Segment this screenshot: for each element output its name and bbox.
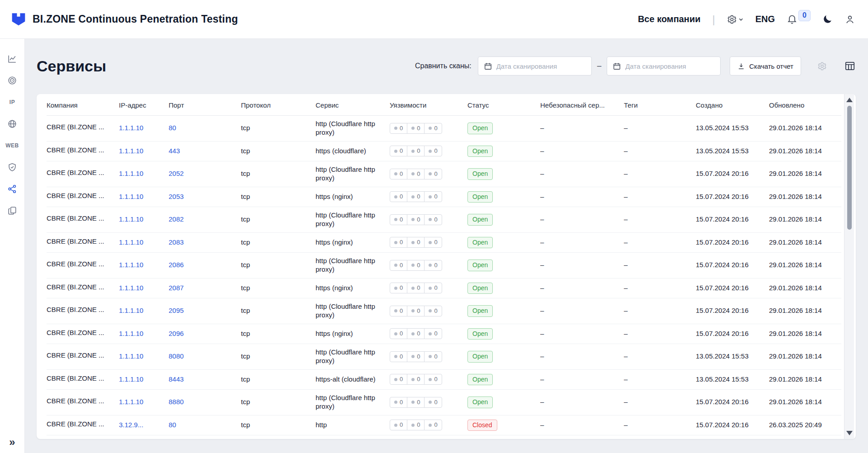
ip-link[interactable]: 1.1.1.10 <box>119 147 143 155</box>
vulnerability-counters[interactable]: 000 <box>390 351 442 362</box>
ip-link[interactable]: 1.1.1.10 <box>119 352 143 360</box>
column-header[interactable]: Протокол <box>241 94 316 116</box>
company-selector[interactable]: Все компании <box>638 14 701 24</box>
table-row[interactable]: CBRE (BI.ZONE ...1.1.1.102087tcphttps (n… <box>47 278 841 298</box>
cell-updated: 29.01.2026 18:14 <box>769 369 841 390</box>
sidebar-item-web[interactable]: WEB <box>3 135 22 156</box>
ip-link[interactable]: 1.1.1.10 <box>119 170 143 177</box>
vulnerability-counters[interactable]: 000 <box>390 191 442 202</box>
scrollbar-thumb[interactable] <box>847 106 852 230</box>
vulnerability-counters[interactable]: 000 <box>390 146 442 156</box>
ip-link[interactable]: 1.1.1.10 <box>119 284 143 292</box>
vulnerability-counters[interactable]: 000 <box>390 123 442 134</box>
table-row[interactable]: CBRE (BI.ZONE ...3.12.9...80tcphttp000Cl… <box>47 415 841 435</box>
table-row[interactable]: CBRE (BI.ZONE ...1.1.1.102095tcphttp (Cl… <box>47 298 841 324</box>
sidebar-item-analytics[interactable] <box>3 48 22 70</box>
table-row[interactable]: CBRE (BI.ZONE ...1.1.1.102082tcphttp (Cl… <box>47 207 841 233</box>
ip-link[interactable]: 1.1.1.10 <box>119 193 143 200</box>
download-report-button[interactable]: Скачать отчет <box>730 57 801 76</box>
dark-mode-toggle[interactable] <box>822 14 833 24</box>
ip-link[interactable]: 1.1.1.10 <box>119 307 143 314</box>
header-settings-button[interactable] <box>727 14 744 24</box>
table-row[interactable]: CBRE (BI.ZONE ...1.1.1.1080tcphttp (Clou… <box>47 116 841 142</box>
column-header[interactable]: Создано <box>696 94 769 116</box>
vulnerability-counters[interactable]: 000 <box>390 283 442 293</box>
port-link[interactable]: 2052 <box>169 170 184 177</box>
table-row[interactable]: CBRE (BI.ZONE ...1.1.1.102083tcphttps (n… <box>47 232 841 253</box>
column-header[interactable]: Статус <box>467 94 540 116</box>
port-link[interactable]: 443 <box>169 147 180 155</box>
ip-link[interactable]: 3.12.9... <box>119 421 143 429</box>
vulnerability-counters[interactable]: 000 <box>390 237 442 248</box>
sidebar-item-services[interactable] <box>3 178 22 200</box>
column-header[interactable]: Компания <box>47 94 119 116</box>
vulnerability-counters[interactable]: 000 <box>390 214 442 225</box>
sidebar-item-ip[interactable]: IP <box>3 91 22 113</box>
table-settings-button[interactable] <box>817 61 827 71</box>
port-link[interactable]: 8080 <box>169 352 184 360</box>
ip-link[interactable]: 1.1.1.10 <box>119 238 143 246</box>
column-header[interactable]: Обновлено <box>769 94 841 116</box>
port-link[interactable]: 2087 <box>169 284 184 292</box>
vulnerability-counters[interactable]: 000 <box>390 169 442 179</box>
table-row[interactable]: CBRE (BI.ZONE ...3.12.9...443tcphttps000… <box>47 435 841 439</box>
ip-link[interactable]: 1.1.1.10 <box>119 330 143 337</box>
port-link[interactable]: 2095 <box>169 307 184 314</box>
port-link[interactable]: 2086 <box>169 261 184 269</box>
vulnerability-counters[interactable]: 000 <box>390 374 442 385</box>
table-row[interactable]: CBRE (BI.ZONE ...1.1.1.102053tcphttps (n… <box>47 187 841 207</box>
table-scrollbar[interactable] <box>844 94 854 439</box>
notifications-button[interactable]: 0 <box>787 14 811 25</box>
vulnerability-counters[interactable]: 000 <box>390 306 442 316</box>
scan-date-from-field[interactable] <box>496 62 586 70</box>
ip-link[interactable]: 1.1.1.10 <box>119 215 143 223</box>
table-row[interactable]: CBRE (BI.ZONE ...1.1.1.102052tcphttp (Cl… <box>47 161 841 187</box>
vulnerability-counters[interactable]: 000 <box>390 328 442 339</box>
cell-tags: – <box>624 298 696 324</box>
sidebar-item-targets[interactable] <box>3 70 22 91</box>
cell-created: 15.07.2024 20:16 <box>696 298 769 324</box>
port-link[interactable]: 2096 <box>169 330 184 337</box>
user-profile-button[interactable] <box>844 14 855 25</box>
port-link[interactable]: 8443 <box>169 375 184 383</box>
sidebar-item-dns[interactable] <box>3 113 22 135</box>
ip-link[interactable]: 1.1.1.10 <box>119 261 143 269</box>
cell-insecure-service: – <box>540 324 624 344</box>
scan-date-to-input[interactable] <box>607 57 721 76</box>
table-row[interactable]: CBRE (BI.ZONE ...1.1.1.108080tcphttp (Cl… <box>47 344 841 370</box>
column-header[interactable]: Уязвимости <box>390 94 467 116</box>
ip-link[interactable]: 1.1.1.10 <box>119 124 143 132</box>
table-row[interactable]: CBRE (BI.ZONE ...1.1.1.10443tcphttps (cl… <box>47 141 841 161</box>
ip-link[interactable]: 1.1.1.10 <box>119 398 143 406</box>
column-header[interactable]: Теги <box>624 94 696 116</box>
port-link[interactable]: 80 <box>169 124 176 132</box>
column-header[interactable]: Небезопасный сер... <box>540 94 624 116</box>
column-header[interactable]: IP-адрес <box>119 94 169 116</box>
ip-link[interactable]: 1.1.1.10 <box>119 375 143 383</box>
table-row[interactable]: CBRE (BI.ZONE ...1.1.1.102086tcphttp (Cl… <box>47 253 841 278</box>
scroll-down-arrow[interactable] <box>846 431 853 435</box>
vulnerability-counters[interactable]: 000 <box>390 397 442 408</box>
scroll-up-arrow[interactable] <box>846 98 853 102</box>
cell-ip: 1.1.1.10 <box>119 298 169 324</box>
port-link[interactable]: 80 <box>169 421 176 429</box>
port-link[interactable]: 8880 <box>169 398 184 406</box>
port-link[interactable]: 2083 <box>169 238 184 246</box>
table-row[interactable]: CBRE (BI.ZONE ...1.1.1.108443tcphttps-al… <box>47 369 841 390</box>
language-selector[interactable]: ENG <box>755 14 775 24</box>
sidebar-item-reports[interactable] <box>3 200 22 222</box>
scan-date-to-field[interactable] <box>625 62 715 70</box>
sidebar-expand-button[interactable]: » <box>9 437 15 448</box>
port-link[interactable]: 2082 <box>169 215 184 223</box>
table-row[interactable]: CBRE (BI.ZONE ...1.1.1.108880tcphttp (Cl… <box>47 390 841 415</box>
column-header[interactable]: Порт <box>169 94 241 116</box>
vulnerability-counters[interactable]: 000 <box>390 260 442 271</box>
column-header[interactable]: Сервис <box>316 94 390 116</box>
port-link[interactable]: 2053 <box>169 193 184 200</box>
scan-date-from-input[interactable] <box>478 57 592 76</box>
table-row[interactable]: CBRE (BI.ZONE ...1.1.1.102096tcphttps (n… <box>47 324 841 344</box>
table-columns-button[interactable] <box>844 60 856 72</box>
cell-status: Closed <box>467 415 540 435</box>
vulnerability-counters[interactable]: 000 <box>390 420 442 430</box>
sidebar-item-vulnerabilities[interactable] <box>3 156 22 178</box>
